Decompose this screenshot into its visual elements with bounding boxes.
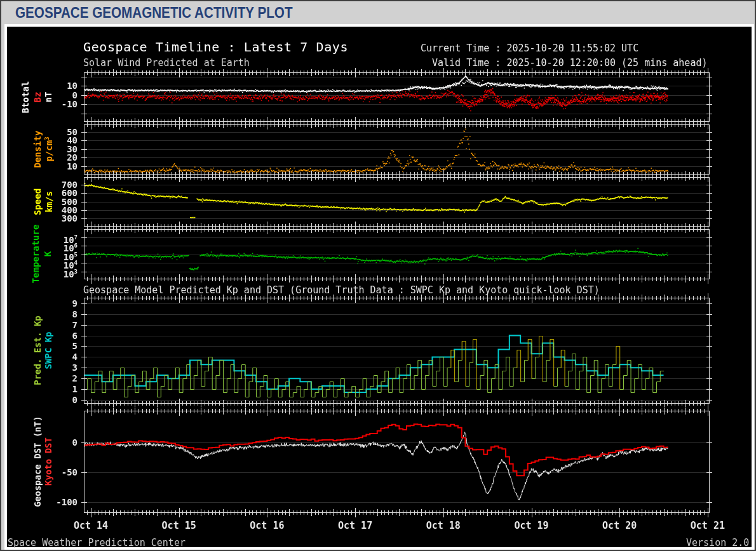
axis-label: nT xyxy=(43,91,53,102)
y-tick-label: 2 xyxy=(39,373,78,384)
y-tick-label: 8 xyxy=(39,309,78,320)
section2-title: Geospace Model Predicted Kp and DST (Gro… xyxy=(83,284,600,296)
y-tick-label: 9 xyxy=(39,298,78,309)
axis-label: SWPC Kp xyxy=(43,331,53,369)
footer-version: Version 2.0 xyxy=(686,537,749,548)
axis-label: Pred. Est. Kp xyxy=(32,315,43,385)
x-tick-label: Oct 16 xyxy=(241,520,292,531)
axis-label: Geospace DST (nT) xyxy=(32,416,43,507)
axis-label: Speed xyxy=(32,188,43,215)
axis-label: K xyxy=(43,251,53,256)
x-tick-label: Oct 19 xyxy=(506,520,557,531)
y-tick-label: 103 xyxy=(39,266,78,277)
axis-label: Btotal xyxy=(20,81,30,113)
x-tick-label: Oct 20 xyxy=(594,520,645,531)
x-tick-label: Oct 14 xyxy=(65,520,116,531)
valid-time-label: Valid Time : 2025-10-20 12:20:00 (25 min… xyxy=(432,57,707,69)
axis-label: Bz xyxy=(32,91,43,102)
x-tick-label: Oct 17 xyxy=(330,520,381,531)
footer-source: Space Weather Prediction Center xyxy=(8,537,186,548)
x-tick-label: Oct 21 xyxy=(682,520,733,531)
x-tick-label: Oct 15 xyxy=(154,520,205,531)
page: GEOSPACE GEOMAGNETIC ACTIVITY PLOT Geosp… xyxy=(0,0,756,551)
y-tick-label: 0 xyxy=(39,394,78,406)
page-title: GEOSPACE GEOMAGNETIC ACTIVITY PLOT xyxy=(15,4,293,22)
axis-label: Temperature xyxy=(30,225,41,284)
axis-label: Density xyxy=(32,130,43,168)
x-tick-label: Oct 18 xyxy=(418,520,469,531)
axis-label: p/cm3 xyxy=(44,136,55,161)
y-tick-label: 10 xyxy=(39,161,78,172)
axis-label: Kyoto DST xyxy=(43,437,53,486)
y-tick-label: 7 xyxy=(39,319,78,331)
chart-subtitle: Solar Wind Predicted at Earth xyxy=(83,57,250,69)
axis-label: km/s xyxy=(44,191,54,213)
y-tick-label: -100 xyxy=(39,496,78,508)
y-tick-label: 1 xyxy=(39,383,78,395)
current-time-label: Current Time : 2025-10-20 11:55:02 UTC xyxy=(421,43,638,54)
chart-title: Geospace Timeline : Latest 7 Days xyxy=(83,39,348,55)
y-tick-label: 300 xyxy=(39,213,78,224)
